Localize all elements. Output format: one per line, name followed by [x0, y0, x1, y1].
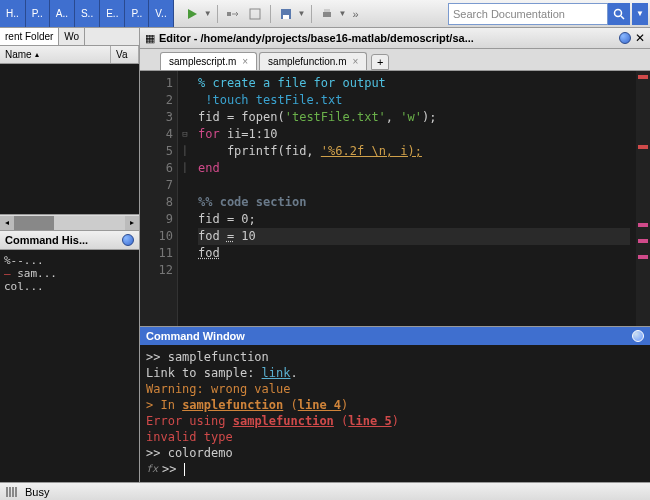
- menu-tabs: H..P..A..S..E..P..V..: [0, 0, 174, 27]
- code-line[interactable]: [198, 177, 630, 194]
- file-tab[interactable]: samplefunction.m×: [259, 52, 367, 70]
- add-tab-button[interactable]: +: [371, 54, 389, 70]
- history-title: Command His...: [0, 231, 139, 250]
- menu-tab[interactable]: V..: [149, 0, 173, 27]
- command-line: >> colordemo: [146, 445, 644, 461]
- run-dropdown[interactable]: ▼: [204, 9, 212, 18]
- svg-rect-6: [324, 9, 330, 12]
- svg-point-7: [615, 9, 622, 16]
- save-button[interactable]: [276, 4, 296, 24]
- editor-close-icon[interactable]: ✕: [635, 31, 645, 45]
- file-tab[interactable]: samplescript.m×: [160, 52, 257, 70]
- menu-tab[interactable]: P..: [125, 0, 149, 27]
- line-gutter: 123456789101112: [140, 71, 178, 326]
- svg-rect-4: [283, 15, 289, 19]
- toolbar-buttons: ▼ ▼ ▼ »: [174, 4, 367, 24]
- busy-icon: [6, 487, 17, 497]
- code-line[interactable]: fod: [198, 245, 630, 262]
- close-icon[interactable]: ×: [242, 56, 248, 67]
- print-button[interactable]: [317, 4, 337, 24]
- menu-tab[interactable]: E..: [100, 0, 125, 27]
- history-item[interactable]: col...: [4, 280, 135, 293]
- code-line[interactable]: % create a file for output: [198, 75, 630, 92]
- step-button[interactable]: [223, 4, 243, 24]
- menu-tab[interactable]: S..: [75, 0, 100, 27]
- command-prompt[interactable]: >>: [162, 461, 185, 477]
- history-item[interactable]: — sam...: [4, 267, 135, 280]
- command-window-body[interactable]: >> samplefunctionLink to sample: link.Wa…: [140, 345, 650, 482]
- code-area[interactable]: % create a file for output !touch testFi…: [192, 71, 636, 326]
- error-strip[interactable]: [636, 71, 650, 326]
- history-item[interactable]: %--...: [4, 254, 135, 267]
- code-line[interactable]: !touch testFile.txt: [198, 92, 630, 109]
- editor-menu-icon[interactable]: [619, 32, 631, 44]
- editor-title: Editor - /home/andy/projects/base16-matl…: [159, 32, 615, 44]
- folder-hscroll[interactable]: ◂ ▸: [0, 214, 139, 230]
- svg-marker-0: [188, 9, 197, 19]
- tab-workspace[interactable]: Wo: [59, 28, 85, 45]
- status-bar: Busy: [0, 482, 650, 500]
- command-window-title: Command Window: [140, 327, 650, 345]
- run-button[interactable]: [182, 4, 202, 24]
- menu-tab[interactable]: A..: [50, 0, 75, 27]
- close-icon[interactable]: ×: [352, 56, 358, 67]
- svg-line-8: [621, 16, 624, 19]
- menu-tab[interactable]: H..: [0, 0, 26, 27]
- status-text: Busy: [25, 486, 49, 498]
- code-line[interactable]: fid = fopen('testFile.txt', 'w');: [198, 109, 630, 126]
- code-line[interactable]: for ii=1:10: [198, 126, 630, 143]
- code-line[interactable]: fprintf(fid, '%6.2f \n, i);: [198, 143, 630, 160]
- fold-column[interactable]: ⊟││: [178, 71, 192, 326]
- history-body[interactable]: %--...— sam...col...: [0, 250, 139, 482]
- code-line[interactable]: fod = 10: [198, 228, 630, 245]
- search-button[interactable]: [608, 3, 630, 25]
- command-line: >> samplefunction: [146, 349, 644, 365]
- menu-tab[interactable]: P..: [26, 0, 50, 27]
- fx-icon[interactable]: fx: [146, 461, 158, 477]
- code-line[interactable]: fid = 0;: [198, 211, 630, 228]
- code-line[interactable]: %% code section: [198, 194, 630, 211]
- code-line[interactable]: [198, 262, 630, 279]
- col-header-value[interactable]: Va: [111, 46, 139, 63]
- search-input[interactable]: [448, 3, 608, 25]
- command-line: Warning: wrong value: [146, 381, 644, 397]
- file-tabs: samplescript.m×samplefunction.m×+: [140, 49, 650, 71]
- svg-rect-5: [323, 12, 331, 17]
- command-line: invalid type: [146, 429, 644, 445]
- command-line: Error using samplefunction (line 5): [146, 413, 644, 429]
- col-header-name[interactable]: Name▴: [0, 46, 111, 63]
- overflow-icon[interactable]: »: [352, 8, 358, 20]
- command-line: Link to sample: link.: [146, 365, 644, 381]
- tab-current-folder[interactable]: rent Folder: [0, 28, 59, 45]
- search-dropdown[interactable]: ▼: [632, 3, 648, 25]
- folder-listing[interactable]: [0, 64, 139, 214]
- editor-icon: ▦: [145, 32, 155, 45]
- command-line: > In samplefunction (line 4): [146, 397, 644, 413]
- panel-menu-icon[interactable]: [122, 234, 134, 246]
- svg-rect-1: [227, 12, 231, 16]
- top-toolbar: H..P..A..S..E..P..V.. ▼ ▼ ▼ » ▼: [0, 0, 650, 28]
- code-line[interactable]: end: [198, 160, 630, 177]
- svg-rect-2: [250, 9, 260, 19]
- command-menu-icon[interactable]: [632, 330, 644, 342]
- step-in-button[interactable]: [245, 4, 265, 24]
